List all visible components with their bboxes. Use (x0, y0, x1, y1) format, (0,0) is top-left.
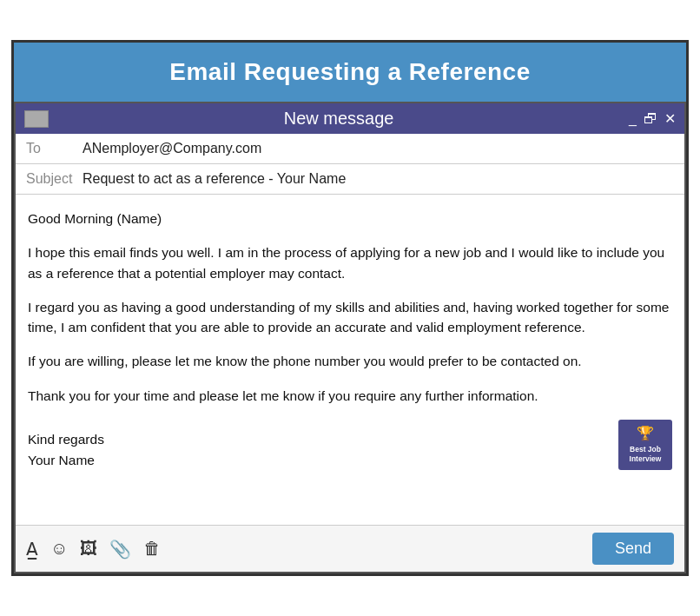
sign-off: Kind regards (28, 429, 104, 449)
body-para1: I hope this email finds you well. I am i… (28, 242, 672, 283)
email-toolbar: A̲ ☺ 🖼 📎 🗑 Send (16, 525, 684, 572)
to-label: To (26, 141, 83, 156)
outer-container: Email Requesting a Reference New message… (11, 40, 689, 576)
logo-badge: 🏆 Best Job Interview (618, 420, 672, 470)
email-titlebar: New message _ 🗗 ✕ (16, 103, 684, 134)
body-para4: Thank you for your time and please let m… (28, 386, 672, 406)
toolbar-icons: A̲ ☺ 🖼 📎 🗑 (26, 539, 580, 560)
restore-button[interactable]: 🗗 (644, 111, 657, 127)
signature-row: Kind regards Your Name 🏆 Best Job Interv… (28, 420, 672, 470)
email-window-title: New message (56, 109, 622, 129)
send-button[interactable]: Send (592, 533, 674, 565)
page-title: Email Requesting a Reference (14, 43, 686, 102)
signature: Kind regards Your Name (28, 429, 104, 470)
attach-icon[interactable]: 📎 (109, 539, 131, 560)
body-para3: If you are willing, please let me know t… (28, 351, 672, 371)
minimize-button[interactable]: _ (629, 111, 637, 127)
email-window: New message _ 🗗 ✕ To ANemployer@Company.… (14, 102, 686, 573)
close-button[interactable]: ✕ (664, 110, 676, 127)
font-icon[interactable]: A̲ (26, 539, 38, 560)
subject-label: Subject (26, 171, 83, 187)
greeting: Good Morning (Name) (28, 209, 672, 229)
subject-field-row: Subject Request to act as a reference - … (16, 164, 684, 195)
email-icon (24, 110, 49, 128)
logo-line1: Best Job (630, 445, 661, 454)
email-body: Good Morning (Name) I hope this email fi… (16, 195, 684, 525)
body-para2: I regard you as having a good understand… (28, 297, 672, 338)
sender-name: Your Name (28, 450, 104, 470)
emoji-icon[interactable]: ☺ (50, 539, 68, 559)
window-controls: _ 🗗 ✕ (629, 110, 676, 127)
logo-icon: 🏆 (625, 425, 665, 443)
logo-line2: Interview (630, 454, 662, 463)
delete-icon[interactable]: 🗑 (143, 539, 161, 559)
subject-value[interactable]: Request to act as a reference - Your Nam… (83, 171, 346, 187)
to-field-row: To ANemployer@Company.com (16, 134, 684, 164)
to-value[interactable]: ANemployer@Company.com (83, 141, 261, 156)
image-icon[interactable]: 🖼 (80, 539, 97, 559)
